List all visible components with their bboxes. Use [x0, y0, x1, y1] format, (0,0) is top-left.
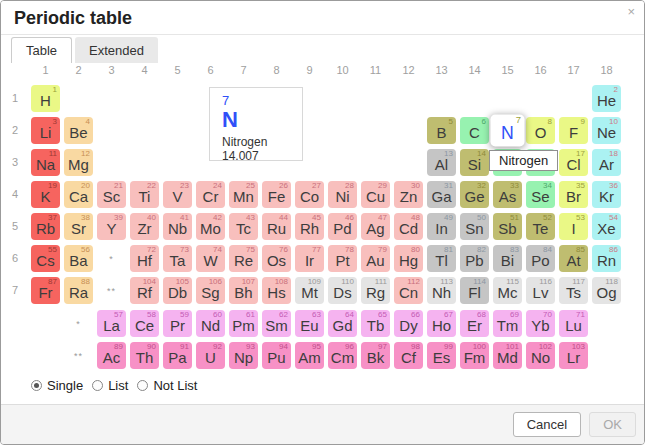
element-cell-er[interactable]: 68Er: [460, 310, 489, 337]
element-cell-o[interactable]: 8O: [526, 117, 555, 144]
element-cell-n[interactable]: 7N: [490, 115, 524, 147]
element-cell-yb[interactable]: 70Yb: [526, 310, 555, 337]
radio-single[interactable]: Single: [31, 378, 83, 393]
radio-list[interactable]: List: [92, 378, 128, 393]
element-cell-pa[interactable]: 91Pa: [163, 342, 192, 369]
element-cell-w[interactable]: 74W: [196, 245, 225, 272]
element-cell-pm[interactable]: 61Pm: [229, 310, 258, 337]
element-cell-sc[interactable]: 21Sc: [97, 181, 126, 208]
element-cell-al[interactable]: 13Al: [427, 149, 456, 176]
element-cell-ts[interactable]: 117Ts: [559, 277, 588, 304]
element-cell-hg[interactable]: 80Hg: [394, 245, 423, 272]
element-cell-be[interactable]: 4Be: [64, 117, 93, 144]
element-cell-mc[interactable]: 115Mc: [493, 277, 522, 304]
cancel-button[interactable]: Cancel: [513, 412, 581, 438]
element-cell-c[interactable]: 6C: [460, 117, 489, 144]
element-cell-sg[interactable]: 106Sg: [196, 277, 225, 304]
element-cell-as[interactable]: 33As: [493, 181, 522, 208]
element-cell-fr[interactable]: 87Fr: [31, 277, 60, 304]
element-cell-ho[interactable]: 67Ho: [427, 310, 456, 337]
element-cell-rf[interactable]: 104Rf: [130, 277, 159, 304]
element-cell-pr[interactable]: 59Pr: [163, 310, 192, 337]
element-cell-na[interactable]: 11Na: [31, 149, 60, 176]
element-cell-np[interactable]: 93Np: [229, 342, 258, 369]
element-cell-zn[interactable]: 30Zn: [394, 181, 423, 208]
radio-not-list[interactable]: Not List: [137, 378, 197, 393]
element-cell-nh[interactable]: 113Nh: [427, 277, 456, 304]
element-cell-u[interactable]: 92U: [196, 342, 225, 369]
element-cell-b[interactable]: 5B: [427, 117, 456, 144]
element-cell-bk[interactable]: 97Bk: [361, 342, 390, 369]
element-cell-fl[interactable]: 114Fl: [460, 277, 489, 304]
element-cell-rh[interactable]: 45Rh: [295, 213, 324, 240]
element-cell-re[interactable]: 75Re: [229, 245, 258, 272]
element-cell-fe[interactable]: 26Fe: [262, 181, 291, 208]
element-cell-kr[interactable]: 36Kr: [592, 181, 621, 208]
element-cell-bi[interactable]: 83Bi: [493, 245, 522, 272]
element-cell-se[interactable]: 34Se: [526, 181, 555, 208]
element-cell-mo[interactable]: 42Mo: [196, 213, 225, 240]
element-cell-in[interactable]: 49In: [427, 213, 456, 240]
element-cell-rn[interactable]: 86Rn: [592, 245, 621, 272]
element-cell-ne[interactable]: 10Ne: [592, 117, 621, 144]
element-cell-co[interactable]: 27Co: [295, 181, 324, 208]
element-cell-pd[interactable]: 46Pd: [328, 213, 357, 240]
element-cell-tc[interactable]: 43Tc: [229, 213, 258, 240]
element-cell-ta[interactable]: 73Ta: [163, 245, 192, 272]
element-cell-te[interactable]: 52Te: [526, 213, 555, 240]
element-cell-li[interactable]: 3Li: [31, 117, 60, 144]
element-cell-h[interactable]: 1H: [31, 85, 60, 112]
element-cell-ce[interactable]: 58Ce: [130, 310, 159, 337]
element-cell-sn[interactable]: 50Sn: [460, 213, 489, 240]
element-cell-ra[interactable]: 88Ra: [64, 277, 93, 304]
element-cell-ni[interactable]: 28Ni: [328, 181, 357, 208]
element-cell-tb[interactable]: 65Tb: [361, 310, 390, 337]
element-cell-lv[interactable]: 116Lv: [526, 277, 555, 304]
element-cell-au[interactable]: 79Au: [361, 245, 390, 272]
element-cell-pt[interactable]: 78Pt: [328, 245, 357, 272]
element-cell-bh[interactable]: 107Bh: [229, 277, 258, 304]
element-cell-es[interactable]: 99Es: [427, 342, 456, 369]
element-cell-nb[interactable]: 41Nb: [163, 213, 192, 240]
element-cell-cs[interactable]: 55Cs: [31, 245, 60, 272]
element-cell-sr[interactable]: 38Sr: [64, 213, 93, 240]
element-cell-cn[interactable]: 112Cn: [394, 277, 423, 304]
element-cell-ti[interactable]: 22Ti: [130, 181, 159, 208]
element-cell-y[interactable]: 39Y: [97, 213, 126, 240]
element-cell-ds[interactable]: 110Ds: [328, 277, 357, 304]
element-cell-os[interactable]: 76Os: [262, 245, 291, 272]
element-cell-hf[interactable]: 72Hf: [130, 245, 159, 272]
element-cell-og[interactable]: 118Og: [592, 277, 621, 304]
element-cell-he[interactable]: 2He: [592, 85, 621, 112]
element-cell-at[interactable]: 85At: [559, 245, 588, 272]
element-cell-lu[interactable]: 71Lu: [559, 310, 588, 337]
element-cell-sm[interactable]: 62Sm: [262, 310, 291, 337]
element-cell-k[interactable]: 19K: [31, 181, 60, 208]
element-cell-rb[interactable]: 37Rb: [31, 213, 60, 240]
element-cell-ca[interactable]: 20Ca: [64, 181, 93, 208]
element-cell-ar[interactable]: 18Ar: [592, 149, 621, 176]
element-cell-xe[interactable]: 54Xe: [592, 213, 621, 240]
element-cell-ba[interactable]: 56Ba: [64, 245, 93, 272]
element-cell-cu[interactable]: 29Cu: [361, 181, 390, 208]
element-cell-cd[interactable]: 48Cd: [394, 213, 423, 240]
element-cell-ac[interactable]: 89Ac: [97, 342, 126, 369]
element-cell-mn[interactable]: 25Mn: [229, 181, 258, 208]
element-cell-fm[interactable]: 100Fm: [460, 342, 489, 369]
element-cell-v[interactable]: 23V: [163, 181, 192, 208]
element-cell-ir[interactable]: 77Ir: [295, 245, 324, 272]
element-cell-mt[interactable]: 109Mt: [295, 277, 324, 304]
element-cell-tm[interactable]: 69Tm: [493, 310, 522, 337]
element-cell-ge[interactable]: 32Ge: [460, 181, 489, 208]
element-cell-br[interactable]: 35Br: [559, 181, 588, 208]
element-cell-gd[interactable]: 64Gd: [328, 310, 357, 337]
element-cell-i[interactable]: 53I: [559, 213, 588, 240]
ok-button[interactable]: OK: [589, 412, 636, 438]
element-cell-am[interactable]: 95Am: [295, 342, 324, 369]
element-cell-eu[interactable]: 63Eu: [295, 310, 324, 337]
element-cell-cl[interactable]: 17Cl: [559, 149, 588, 176]
element-cell-rg[interactable]: 111Rg: [361, 277, 390, 304]
element-cell-hs[interactable]: 108Hs: [262, 277, 291, 304]
element-cell-zr[interactable]: 40Zr: [130, 213, 159, 240]
element-cell-po[interactable]: 84Po: [526, 245, 555, 272]
